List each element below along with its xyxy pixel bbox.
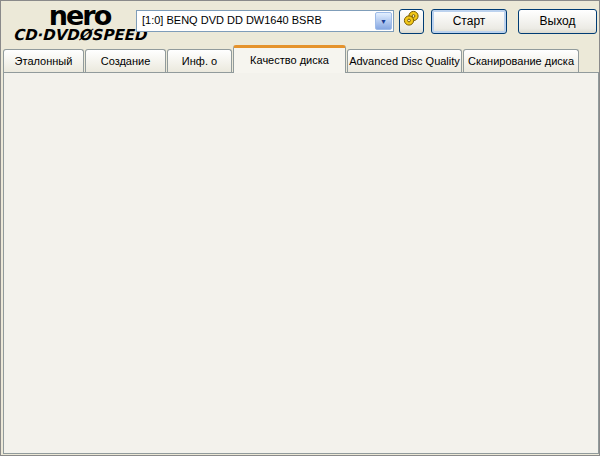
disc-tray-button[interactable]: [399, 9, 424, 34]
start-button[interactable]: Старт: [431, 9, 507, 34]
disc-glyph: Ø: [79, 26, 92, 44]
tab-эталонный-тест[interactable]: Эталонный тест: [3, 49, 84, 73]
quality-tab-panel: [3, 72, 599, 454]
tab-качество-диска[interactable]: Качество диска: [233, 45, 346, 73]
tab-создание-диска[interactable]: Создание диска: [85, 49, 166, 73]
tab-advanced-disc-quality[interactable]: Advanced Disc Quality: [347, 49, 462, 73]
exit-button[interactable]: Выход: [518, 9, 597, 34]
tab-сканирование-диска[interactable]: Сканирование диска: [463, 49, 579, 73]
drive-select[interactable]: [1:0] BENQ DVD DD DW1640 BSRB ▼: [136, 10, 394, 32]
drive-select-value: [1:0] BENQ DVD DD DW1640 BSRB: [142, 14, 322, 26]
nero-cd-dvd-speed-window: { "logo": { "line1": "nero", "line2a": "…: [0, 0, 600, 456]
nero-logo: nero CD·DVDØSPEED: [7, 4, 152, 42]
discs-icon: [403, 10, 420, 27]
chevron-down-icon[interactable]: ▼: [375, 12, 392, 30]
cd-dvd-speed-logo-text: CD·DVDØSPEED: [7, 28, 152, 42]
nero-logo-text: nero: [7, 4, 152, 28]
tab-инф-о-диске[interactable]: Инф. о диске: [167, 49, 232, 73]
